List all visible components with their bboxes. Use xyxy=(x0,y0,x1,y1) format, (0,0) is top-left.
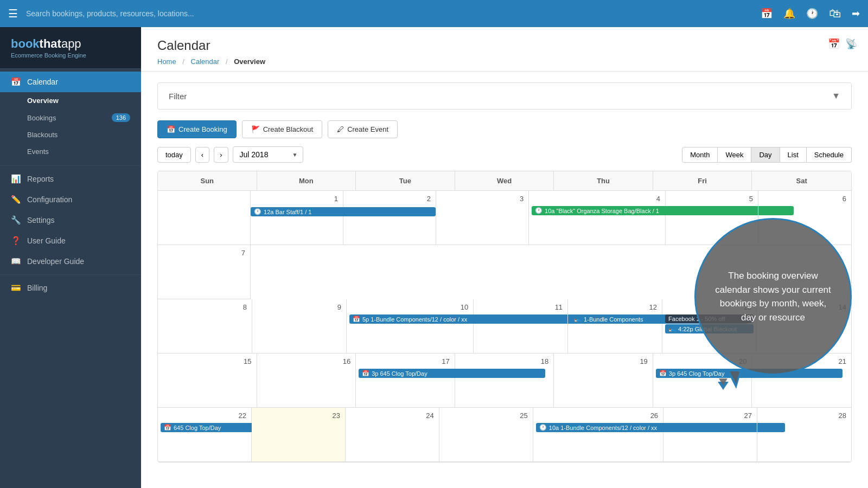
day-view-button[interactable]: Day xyxy=(751,147,780,163)
toolbar: 📅 Create Booking 🚩 Create Blackout 🖊 Cre… xyxy=(157,120,852,138)
bell-icon[interactable]: 🔔 xyxy=(783,8,795,20)
day-wed: Wed xyxy=(455,171,554,190)
event-label: 645 Clog Top/Day xyxy=(174,425,221,431)
cal-cell-blank xyxy=(158,191,251,245)
create-blackout-button[interactable]: 🚩 Create Blackout xyxy=(242,120,323,138)
create-event-button[interactable]: 🖊 Create Event xyxy=(328,120,398,138)
breadcrumb-calendar[interactable]: Calendar xyxy=(191,57,220,66)
cal-cell-jul19: 19 xyxy=(554,354,653,408)
cal-cell-jul1: 1 🕐 12a Bar Staff/1 / 1 xyxy=(251,191,343,245)
cal-cell-jul7: 7 xyxy=(158,245,251,299)
configuration-icon: ✏️ xyxy=(11,195,22,204)
cal-cell-jul8: 8 xyxy=(158,299,252,354)
rss-icon[interactable]: 📡 xyxy=(845,38,857,50)
filter-chevron-icon[interactable]: ▼ xyxy=(832,91,840,101)
next-month-button[interactable]: › xyxy=(214,147,228,163)
event-label: 10a 1-Bundle Components/12 / color / xx xyxy=(549,425,657,431)
event-icon: 🛌 xyxy=(574,316,582,323)
user-guide-icon: ❓ xyxy=(11,236,22,246)
day-sat: Sat xyxy=(752,171,851,190)
event-icon: 📅 xyxy=(164,424,171,431)
event-icon: 🕐 xyxy=(539,424,547,431)
blackouts-label: Blackouts xyxy=(27,131,58,139)
sidebar-item-developer-guide[interactable]: 📖 Developer Guide xyxy=(0,251,141,272)
breadcrumb-home[interactable]: Home xyxy=(157,57,176,66)
day-fri: Fri xyxy=(653,171,752,190)
sidebar-item-user-guide[interactable]: ❓ User Guide xyxy=(0,230,141,251)
tooltip-text: The booking overview calendar shows your… xyxy=(712,269,834,324)
settings-icon: 🔧 xyxy=(11,215,22,225)
sidebar-item-overview[interactable]: Overview xyxy=(0,92,141,109)
overview-label: Overview xyxy=(27,97,59,105)
event-label: 12a Bar Staff/1 / 1 xyxy=(264,209,311,215)
calendar-header: Sun Mon Tue Wed Thu Fri Sat xyxy=(158,171,851,191)
list-view-button[interactable]: List xyxy=(780,147,807,163)
developer-guide-icon: 📖 xyxy=(11,256,22,266)
month-selector[interactable]: Jul 2018 xyxy=(233,146,303,163)
hamburger-icon[interactable]: ☰ xyxy=(8,7,18,20)
user-guide-label: User Guide xyxy=(27,236,66,245)
bookings-label: Bookings xyxy=(27,114,56,122)
create-booking-button[interactable]: 📅 Create Booking xyxy=(157,120,237,138)
reports-icon: 📊 xyxy=(11,174,22,184)
sidebar-item-configuration[interactable]: ✏️ Configuration xyxy=(0,189,141,210)
cal-cell-jul18: 18 xyxy=(455,354,554,408)
brand-name: bookthatapp xyxy=(11,37,130,51)
search-input[interactable] xyxy=(26,9,297,18)
shopify-icon[interactable]: 🛍 xyxy=(829,7,841,21)
billing-icon: 💳 xyxy=(11,283,22,293)
nav-icons: 📅 🔔 🕐 🛍 ➡ xyxy=(761,7,860,21)
page-title: Calendar xyxy=(157,38,852,53)
sidebar-logo: bookthatapp Ecommerce Booking Engine xyxy=(0,27,141,69)
create-event-icon: 🖊 xyxy=(337,125,344,133)
sidebar-item-billing[interactable]: 💳 Billing xyxy=(0,278,141,298)
logout-icon[interactable]: ➡ xyxy=(852,8,860,20)
calendar-header-icon[interactable]: 📅 xyxy=(828,38,840,50)
calendar-navigation: today ‹ › Jul 2018 Month Week Day List S… xyxy=(157,146,852,163)
day-mon: Mon xyxy=(257,171,356,190)
event-icon: 🕐 xyxy=(254,208,261,215)
week-view-button[interactable]: Week xyxy=(718,147,751,163)
cal-cell-jul12: 12 🛌 1-Bundle Components xyxy=(568,299,662,354)
month-selector-wrapper: Jul 2018 xyxy=(233,146,303,163)
cal-cell-jul2: 2 xyxy=(343,191,436,245)
event-icon: 📅 xyxy=(362,370,369,377)
sidebar-item-bookings[interactable]: Bookings 136 xyxy=(0,109,141,126)
cal-cell-jul15: 15 xyxy=(158,354,257,408)
create-event-label: Create Event xyxy=(347,125,388,133)
cal-cell-jul9: 9 xyxy=(252,299,347,354)
month-view-button[interactable]: Month xyxy=(682,147,718,163)
today-button[interactable]: today xyxy=(157,147,191,163)
cal-cell-jul23: 23 xyxy=(252,408,346,462)
cal-cell-jul27: 27 xyxy=(663,408,757,462)
create-booking-label: Create Booking xyxy=(178,125,227,133)
event-icon: 🕐 xyxy=(535,207,542,214)
breadcrumb: Home / Calendar / Overview xyxy=(157,57,852,66)
developer-guide-label: Developer Guide xyxy=(27,257,84,266)
content-area: Filter ▼ 📅 Create Booking 🚩 Create Black… xyxy=(141,72,868,473)
bookings-badge: 136 xyxy=(112,113,130,122)
day-sun: Sun xyxy=(158,171,257,190)
sidebar-item-reports[interactable]: 📊 Reports xyxy=(0,169,141,189)
clock-icon[interactable]: 🕐 xyxy=(806,8,818,20)
sidebar-section-calendar: 📅 Calendar Overview Bookings 136 Blackou… xyxy=(0,69,141,163)
event-label: 5p 1-Bundle Components/12 / color / xx xyxy=(362,316,467,323)
cal-cell-jul22: 22 📅 645 Clog Top/Day xyxy=(158,408,252,462)
event-label: 3p 645 Clog Top/Day xyxy=(669,370,725,377)
sidebar-item-calendar[interactable]: 📅 Calendar xyxy=(0,72,141,92)
reports-label: Reports xyxy=(27,175,54,183)
event-bar-staff[interactable]: 🕐 12a Bar Staff/1 / 1 xyxy=(251,207,436,216)
sidebar-item-label: Calendar xyxy=(27,78,58,86)
configuration-label: Configuration xyxy=(27,195,72,204)
event-icon: 🛌 xyxy=(668,325,676,332)
breadcrumb-current: Overview xyxy=(234,57,265,66)
calendar-icon: 📅 xyxy=(11,77,22,87)
sidebar-item-blackouts[interactable]: Blackouts xyxy=(0,126,141,143)
prev-month-button[interactable]: ‹ xyxy=(195,147,209,163)
sidebar-item-settings[interactable]: 🔧 Settings xyxy=(0,210,141,230)
top-navigation: ☰ 📅 🔔 🕐 🛍 ➡ xyxy=(0,0,868,27)
calendar-nav-icon[interactable]: 📅 xyxy=(761,8,773,20)
create-blackout-label: Create Blackout xyxy=(263,125,314,133)
schedule-view-button[interactable]: Schedule xyxy=(807,147,852,163)
sidebar-item-events[interactable]: Events xyxy=(0,143,141,160)
